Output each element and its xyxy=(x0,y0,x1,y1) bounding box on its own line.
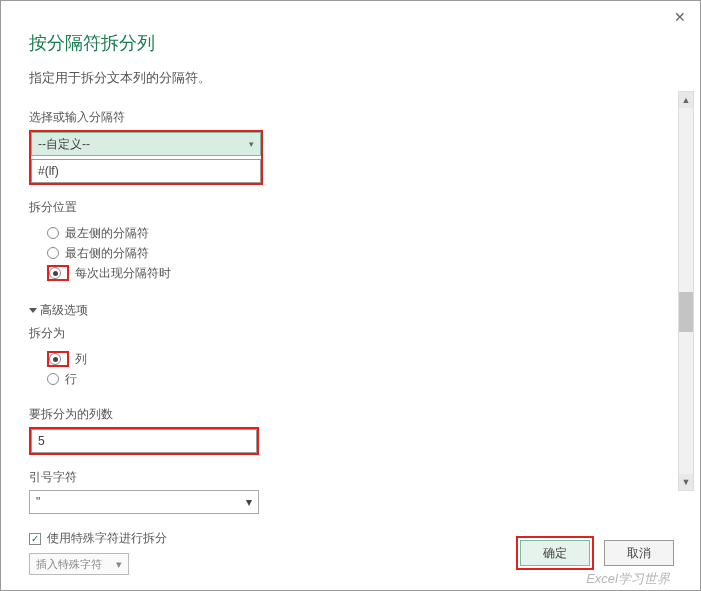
radio-each[interactable]: 每次出现分隔符时 xyxy=(47,263,672,283)
watermark: Excel学习世界 xyxy=(586,570,670,588)
dialog-title: 按分隔符拆分列 xyxy=(29,31,672,55)
scroll-down-icon[interactable]: ▼ xyxy=(679,474,693,490)
split-position-section: 拆分位置 最左侧的分隔符 最右侧的分隔符 每次出现分隔符时 xyxy=(29,199,672,286)
chevron-down-icon: ▾ xyxy=(116,558,122,571)
split-to-section: 拆分为 列 行 xyxy=(29,325,672,392)
close-icon[interactable]: ✕ xyxy=(674,9,686,25)
radio-each-label: 每次出现分隔符时 xyxy=(75,265,171,282)
radio-icon xyxy=(49,353,61,365)
ok-button[interactable]: 确定 xyxy=(520,540,590,566)
col-count-label: 要拆分为的列数 xyxy=(29,406,672,423)
split-to-label: 拆分为 xyxy=(29,325,672,342)
radio-leftmost-label: 最左侧的分隔符 xyxy=(65,225,149,242)
delimiter-select[interactable]: --自定义-- ▾ xyxy=(31,132,261,156)
radio-icon xyxy=(47,373,59,385)
scroll-up-icon[interactable]: ▲ xyxy=(679,92,693,108)
dialog-body: 按分隔符拆分列 指定用于拆分文本列的分隔符。 选择或输入分隔符 --自定义-- … xyxy=(1,1,700,585)
quote-section: 引号字符 " ▾ xyxy=(29,469,672,514)
dialog-footer: 确定 取消 xyxy=(516,536,674,570)
radio-rightmost-label: 最右侧的分隔符 xyxy=(65,245,149,262)
insert-special-label: 插入特殊字符 xyxy=(36,557,102,572)
scrollbar[interactable]: ▲ ▼ xyxy=(678,91,694,491)
quote-select[interactable]: " ▾ xyxy=(29,490,259,514)
delimiter-select-value: --自定义-- xyxy=(38,136,90,153)
triangle-down-icon xyxy=(29,308,37,313)
delimiter-input-value: #(lf) xyxy=(38,164,59,178)
insert-special-select[interactable]: 插入特殊字符 ▾ xyxy=(29,553,129,575)
chevron-down-icon: ▾ xyxy=(246,495,252,509)
quote-label: 引号字符 xyxy=(29,469,672,486)
radio-rows[interactable]: 行 xyxy=(47,369,672,389)
radio-icon xyxy=(47,227,59,239)
delimiter-input[interactable]: #(lf) xyxy=(31,159,261,183)
radio-rows-label: 行 xyxy=(65,371,77,388)
advanced-options-label: 高级选项 xyxy=(40,302,88,319)
advanced-options-toggle[interactable]: 高级选项 xyxy=(29,302,672,319)
radio-icon xyxy=(47,247,59,259)
radio-leftmost[interactable]: 最左侧的分隔符 xyxy=(47,223,672,243)
split-position-label: 拆分位置 xyxy=(29,199,672,216)
delimiter-section: 选择或输入分隔符 --自定义-- ▾ #(lf) xyxy=(29,109,672,185)
col-count-section: 要拆分为的列数 5 xyxy=(29,406,672,455)
dialog-subtitle: 指定用于拆分文本列的分隔符。 xyxy=(29,69,672,87)
radio-columns-label: 列 xyxy=(75,351,87,368)
radio-columns[interactable]: 列 xyxy=(47,349,672,369)
scroll-thumb[interactable] xyxy=(679,292,693,332)
checkbox-icon: ✓ xyxy=(29,533,41,545)
special-char-label: 使用特殊字符进行拆分 xyxy=(47,530,167,547)
radio-icon xyxy=(49,267,61,279)
delimiter-label: 选择或输入分隔符 xyxy=(29,109,672,126)
chevron-down-icon: ▾ xyxy=(249,139,254,149)
col-count-value: 5 xyxy=(38,434,45,448)
radio-rightmost[interactable]: 最右侧的分隔符 xyxy=(47,243,672,263)
col-count-input[interactable]: 5 xyxy=(31,429,257,453)
cancel-button[interactable]: 取消 xyxy=(604,540,674,566)
quote-value: " xyxy=(36,495,40,509)
